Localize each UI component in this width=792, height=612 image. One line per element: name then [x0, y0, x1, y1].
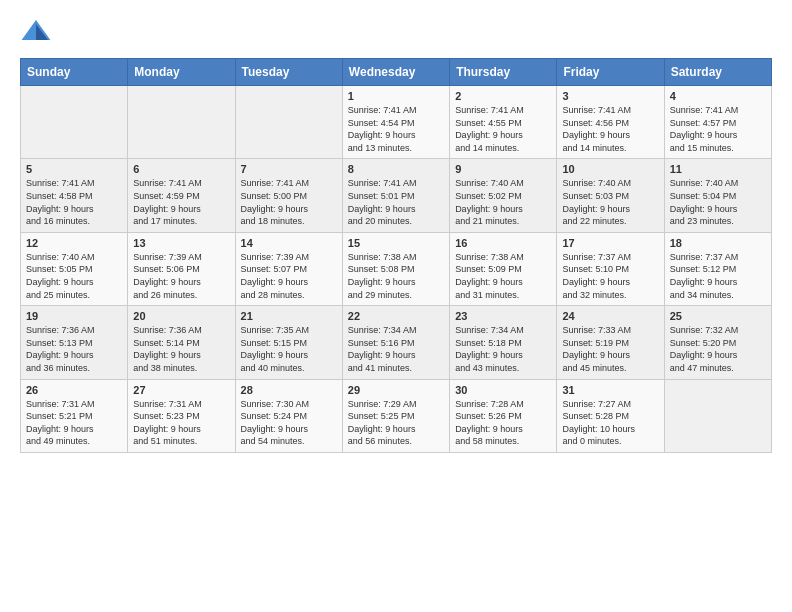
calendar-cell: 17Sunrise: 7:37 AM Sunset: 5:10 PM Dayli…	[557, 232, 664, 305]
day-info: Sunrise: 7:40 AM Sunset: 5:03 PM Dayligh…	[562, 177, 658, 227]
calendar-cell: 10Sunrise: 7:40 AM Sunset: 5:03 PM Dayli…	[557, 159, 664, 232]
day-info: Sunrise: 7:40 AM Sunset: 5:05 PM Dayligh…	[26, 251, 122, 301]
calendar-cell	[128, 86, 235, 159]
calendar-cell: 14Sunrise: 7:39 AM Sunset: 5:07 PM Dayli…	[235, 232, 342, 305]
day-number: 27	[133, 384, 229, 396]
calendar-cell: 31Sunrise: 7:27 AM Sunset: 5:28 PM Dayli…	[557, 379, 664, 452]
calendar-cell: 25Sunrise: 7:32 AM Sunset: 5:20 PM Dayli…	[664, 306, 771, 379]
day-info: Sunrise: 7:41 AM Sunset: 5:01 PM Dayligh…	[348, 177, 444, 227]
day-info: Sunrise: 7:31 AM Sunset: 5:21 PM Dayligh…	[26, 398, 122, 448]
day-info: Sunrise: 7:40 AM Sunset: 5:04 PM Dayligh…	[670, 177, 766, 227]
day-info: Sunrise: 7:28 AM Sunset: 5:26 PM Dayligh…	[455, 398, 551, 448]
day-info: Sunrise: 7:38 AM Sunset: 5:09 PM Dayligh…	[455, 251, 551, 301]
day-number: 19	[26, 310, 122, 322]
calendar-cell: 21Sunrise: 7:35 AM Sunset: 5:15 PM Dayli…	[235, 306, 342, 379]
day-number: 10	[562, 163, 658, 175]
calendar-cell: 24Sunrise: 7:33 AM Sunset: 5:19 PM Dayli…	[557, 306, 664, 379]
calendar-cell: 15Sunrise: 7:38 AM Sunset: 5:08 PM Dayli…	[342, 232, 449, 305]
calendar-cell: 9Sunrise: 7:40 AM Sunset: 5:02 PM Daylig…	[450, 159, 557, 232]
day-number: 22	[348, 310, 444, 322]
day-number: 4	[670, 90, 766, 102]
calendar-cell: 6Sunrise: 7:41 AM Sunset: 4:59 PM Daylig…	[128, 159, 235, 232]
day-info: Sunrise: 7:37 AM Sunset: 5:12 PM Dayligh…	[670, 251, 766, 301]
day-number: 7	[241, 163, 337, 175]
calendar-table: SundayMondayTuesdayWednesdayThursdayFrid…	[20, 58, 772, 453]
calendar-week-4: 19Sunrise: 7:36 AM Sunset: 5:13 PM Dayli…	[21, 306, 772, 379]
calendar-cell: 27Sunrise: 7:31 AM Sunset: 5:23 PM Dayli…	[128, 379, 235, 452]
calendar-cell: 3Sunrise: 7:41 AM Sunset: 4:56 PM Daylig…	[557, 86, 664, 159]
calendar-week-1: 1Sunrise: 7:41 AM Sunset: 4:54 PM Daylig…	[21, 86, 772, 159]
day-info: Sunrise: 7:40 AM Sunset: 5:02 PM Dayligh…	[455, 177, 551, 227]
calendar-cell: 8Sunrise: 7:41 AM Sunset: 5:01 PM Daylig…	[342, 159, 449, 232]
day-info: Sunrise: 7:41 AM Sunset: 4:58 PM Dayligh…	[26, 177, 122, 227]
day-number: 9	[455, 163, 551, 175]
calendar-week-5: 26Sunrise: 7:31 AM Sunset: 5:21 PM Dayli…	[21, 379, 772, 452]
day-number: 16	[455, 237, 551, 249]
day-info: Sunrise: 7:27 AM Sunset: 5:28 PM Dayligh…	[562, 398, 658, 448]
calendar-cell: 2Sunrise: 7:41 AM Sunset: 4:55 PM Daylig…	[450, 86, 557, 159]
weekday-header-tuesday: Tuesday	[235, 59, 342, 86]
calendar-header: SundayMondayTuesdayWednesdayThursdayFrid…	[21, 59, 772, 86]
weekday-header-friday: Friday	[557, 59, 664, 86]
day-number: 25	[670, 310, 766, 322]
day-info: Sunrise: 7:34 AM Sunset: 5:16 PM Dayligh…	[348, 324, 444, 374]
day-info: Sunrise: 7:36 AM Sunset: 5:13 PM Dayligh…	[26, 324, 122, 374]
day-number: 13	[133, 237, 229, 249]
day-info: Sunrise: 7:32 AM Sunset: 5:20 PM Dayligh…	[670, 324, 766, 374]
day-info: Sunrise: 7:41 AM Sunset: 4:59 PM Dayligh…	[133, 177, 229, 227]
day-info: Sunrise: 7:41 AM Sunset: 4:55 PM Dayligh…	[455, 104, 551, 154]
day-info: Sunrise: 7:31 AM Sunset: 5:23 PM Dayligh…	[133, 398, 229, 448]
calendar-cell: 1Sunrise: 7:41 AM Sunset: 4:54 PM Daylig…	[342, 86, 449, 159]
day-info: Sunrise: 7:39 AM Sunset: 5:06 PM Dayligh…	[133, 251, 229, 301]
day-number: 26	[26, 384, 122, 396]
day-number: 2	[455, 90, 551, 102]
calendar-cell: 29Sunrise: 7:29 AM Sunset: 5:25 PM Dayli…	[342, 379, 449, 452]
weekday-header-sunday: Sunday	[21, 59, 128, 86]
day-info: Sunrise: 7:37 AM Sunset: 5:10 PM Dayligh…	[562, 251, 658, 301]
day-number: 11	[670, 163, 766, 175]
day-info: Sunrise: 7:35 AM Sunset: 5:15 PM Dayligh…	[241, 324, 337, 374]
day-number: 6	[133, 163, 229, 175]
calendar-cell: 19Sunrise: 7:36 AM Sunset: 5:13 PM Dayli…	[21, 306, 128, 379]
logo	[20, 16, 56, 48]
calendar-cell: 26Sunrise: 7:31 AM Sunset: 5:21 PM Dayli…	[21, 379, 128, 452]
day-number: 5	[26, 163, 122, 175]
day-info: Sunrise: 7:34 AM Sunset: 5:18 PM Dayligh…	[455, 324, 551, 374]
day-number: 28	[241, 384, 337, 396]
calendar-cell: 16Sunrise: 7:38 AM Sunset: 5:09 PM Dayli…	[450, 232, 557, 305]
day-number: 20	[133, 310, 229, 322]
weekday-header-wednesday: Wednesday	[342, 59, 449, 86]
page: SundayMondayTuesdayWednesdayThursdayFrid…	[0, 0, 792, 469]
calendar-cell: 11Sunrise: 7:40 AM Sunset: 5:04 PM Dayli…	[664, 159, 771, 232]
day-number: 3	[562, 90, 658, 102]
day-number: 1	[348, 90, 444, 102]
day-number: 18	[670, 237, 766, 249]
day-number: 8	[348, 163, 444, 175]
calendar-week-2: 5Sunrise: 7:41 AM Sunset: 4:58 PM Daylig…	[21, 159, 772, 232]
day-info: Sunrise: 7:29 AM Sunset: 5:25 PM Dayligh…	[348, 398, 444, 448]
calendar-cell: 12Sunrise: 7:40 AM Sunset: 5:05 PM Dayli…	[21, 232, 128, 305]
weekday-header-thursday: Thursday	[450, 59, 557, 86]
day-info: Sunrise: 7:36 AM Sunset: 5:14 PM Dayligh…	[133, 324, 229, 374]
day-info: Sunrise: 7:38 AM Sunset: 5:08 PM Dayligh…	[348, 251, 444, 301]
day-info: Sunrise: 7:39 AM Sunset: 5:07 PM Dayligh…	[241, 251, 337, 301]
calendar-cell: 13Sunrise: 7:39 AM Sunset: 5:06 PM Dayli…	[128, 232, 235, 305]
calendar-cell	[235, 86, 342, 159]
header	[20, 16, 772, 48]
weekday-header-monday: Monday	[128, 59, 235, 86]
day-number: 12	[26, 237, 122, 249]
day-number: 31	[562, 384, 658, 396]
weekday-row: SundayMondayTuesdayWednesdayThursdayFrid…	[21, 59, 772, 86]
calendar-cell: 23Sunrise: 7:34 AM Sunset: 5:18 PM Dayli…	[450, 306, 557, 379]
day-info: Sunrise: 7:41 AM Sunset: 5:00 PM Dayligh…	[241, 177, 337, 227]
day-number: 29	[348, 384, 444, 396]
day-info: Sunrise: 7:41 AM Sunset: 4:56 PM Dayligh…	[562, 104, 658, 154]
calendar-cell	[21, 86, 128, 159]
day-number: 21	[241, 310, 337, 322]
day-number: 30	[455, 384, 551, 396]
calendar-cell: 30Sunrise: 7:28 AM Sunset: 5:26 PM Dayli…	[450, 379, 557, 452]
calendar-body: 1Sunrise: 7:41 AM Sunset: 4:54 PM Daylig…	[21, 86, 772, 453]
calendar-cell: 5Sunrise: 7:41 AM Sunset: 4:58 PM Daylig…	[21, 159, 128, 232]
day-number: 24	[562, 310, 658, 322]
day-number: 23	[455, 310, 551, 322]
